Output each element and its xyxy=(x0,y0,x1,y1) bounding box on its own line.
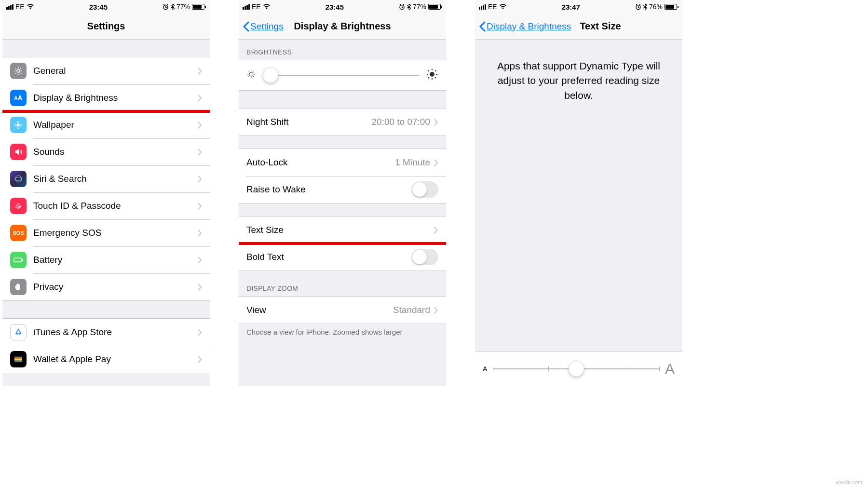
status-bar: EE 23:45 77% xyxy=(2,0,210,14)
battery-percent: 77% xyxy=(176,3,190,11)
settings-row-general[interactable]: General xyxy=(2,57,210,84)
row-bold-text[interactable]: Bold Text xyxy=(239,244,446,271)
row-label: Wallet & Apple Pay xyxy=(33,354,198,365)
row-label: Sounds xyxy=(33,147,198,157)
flower-icon xyxy=(10,117,27,133)
siri-icon xyxy=(10,171,27,187)
nav-bar: Settings Display & Brightness xyxy=(239,14,446,40)
row-label: Night Shift xyxy=(246,117,372,127)
alarm-icon xyxy=(635,4,641,10)
battery-percent: 76% xyxy=(649,3,663,11)
brightness-slider-row xyxy=(239,60,446,91)
row-night-shift[interactable]: Night Shift 20:00 to 07:00 xyxy=(239,108,446,136)
status-bar: EE 23:47 76% xyxy=(475,0,682,14)
svg-point-7 xyxy=(15,176,22,182)
settings-row-battery[interactable]: Battery xyxy=(2,246,210,273)
status-time: 23:47 xyxy=(562,3,580,11)
chevron-left-icon xyxy=(243,21,249,32)
chevron-right-icon xyxy=(434,227,438,234)
row-view[interactable]: View Standard xyxy=(239,297,446,324)
row-label: Bold Text xyxy=(246,252,411,262)
screen-text-size: EE 23:47 76% Display & Brightness Text S… xyxy=(475,0,682,386)
row-label: Emergency SOS xyxy=(33,228,198,238)
back-label: Display & Brightness xyxy=(487,21,571,32)
row-value: Standard xyxy=(393,305,430,315)
chevron-right-icon xyxy=(434,307,438,314)
row-raise-to-wake[interactable]: Raise to Wake xyxy=(239,176,446,203)
bluetooth-icon xyxy=(171,3,175,10)
svg-point-4 xyxy=(17,126,19,129)
gear-icon xyxy=(10,63,27,79)
settings-row-itunes-appstore[interactable]: iTunes & App Store xyxy=(2,319,210,346)
brightness-slider[interactable] xyxy=(263,75,419,76)
chevron-left-icon xyxy=(479,21,486,32)
svg-point-6 xyxy=(19,124,22,126)
settings-row-siri-search[interactable]: Siri & Search xyxy=(2,165,210,192)
settings-row-privacy[interactable]: Privacy xyxy=(2,273,210,300)
sun-large-icon xyxy=(426,68,438,82)
chevron-right-icon xyxy=(198,149,202,156)
chevron-right-icon xyxy=(198,284,202,291)
letter-large: A xyxy=(665,361,675,377)
chevron-right-icon xyxy=(198,176,202,183)
toggle-raise-to-wake[interactable] xyxy=(411,181,438,198)
row-value: 20:00 to 07:00 xyxy=(372,117,431,127)
battery-row-icon xyxy=(10,252,27,268)
speaker-icon xyxy=(10,144,27,160)
svg-point-5 xyxy=(14,124,17,126)
section-footer-display-zoom: Choose a view for iPhone. Zoomed shows l… xyxy=(239,324,446,340)
back-button[interactable]: Settings xyxy=(243,21,284,32)
row-label: Display & Brightness xyxy=(33,93,198,103)
status-time: 23:45 xyxy=(326,3,344,11)
back-button[interactable]: Display & Brightness xyxy=(479,21,571,32)
chevron-right-icon xyxy=(198,68,202,75)
screen-settings: EE 23:45 77% Settings General AA Display… xyxy=(2,0,210,386)
sos-icon: SOS xyxy=(10,225,27,241)
settings-row-emergency-sos[interactable]: SOS Emergency SOS xyxy=(2,219,210,246)
letter-small: A xyxy=(483,365,487,373)
slider-thumb[interactable] xyxy=(569,361,584,377)
row-label: iTunes & App Store xyxy=(33,327,198,338)
battery-icon xyxy=(665,4,678,10)
wifi-icon xyxy=(27,4,34,10)
row-auto-lock[interactable]: Auto-Lock 1 Minute xyxy=(239,149,446,176)
row-label: General xyxy=(33,66,198,76)
nav-bar: Settings xyxy=(2,14,210,40)
signal-icon xyxy=(6,4,14,10)
text-size-slider[interactable] xyxy=(493,368,659,369)
chevron-right-icon xyxy=(198,95,202,102)
svg-rect-13 xyxy=(14,360,22,362)
settings-row-wallet-apple-pay[interactable]: Wallet & Apple Pay xyxy=(2,346,210,373)
carrier-label: EE xyxy=(488,3,497,11)
carrier-label: EE xyxy=(252,3,261,11)
settings-row-touch-id[interactable]: Touch ID & Passcode xyxy=(2,192,210,219)
text-size-icon: AA xyxy=(10,90,27,106)
row-label: Siri & Search xyxy=(33,174,198,184)
svg-rect-8 xyxy=(14,258,22,262)
page-title: Settings xyxy=(87,21,125,32)
row-label: Raise to Wake xyxy=(246,184,411,195)
toggle-bold-text[interactable] xyxy=(411,249,438,265)
settings-row-sounds[interactable]: Sounds xyxy=(2,138,210,165)
row-label: Privacy xyxy=(33,282,198,292)
svg-point-16 xyxy=(430,72,434,77)
battery-icon xyxy=(192,4,206,10)
back-label: Settings xyxy=(250,21,284,32)
alarm-icon xyxy=(163,4,169,10)
row-label: Battery xyxy=(33,255,198,265)
sun-small-icon xyxy=(246,69,256,81)
chevron-right-icon xyxy=(198,257,202,264)
page-title: Display & Brightness xyxy=(294,21,391,32)
alarm-icon xyxy=(399,4,405,10)
slider-thumb[interactable] xyxy=(263,68,278,83)
status-time: 23:45 xyxy=(89,3,108,11)
screen-display-brightness: EE 23:45 77% Settings Display & Brightne… xyxy=(239,0,446,386)
row-label: Wallpaper xyxy=(33,120,198,130)
bluetooth-icon xyxy=(643,3,647,10)
row-text-size[interactable]: Text Size xyxy=(239,217,446,244)
nav-bar: Display & Brightness Text Size xyxy=(475,14,682,40)
wifi-icon xyxy=(263,4,271,10)
text-size-description: Apps that support Dynamic Type will adju… xyxy=(475,40,682,122)
settings-row-wallpaper[interactable]: Wallpaper xyxy=(2,111,210,138)
settings-row-display-brightness[interactable]: AA Display & Brightness xyxy=(2,84,210,111)
